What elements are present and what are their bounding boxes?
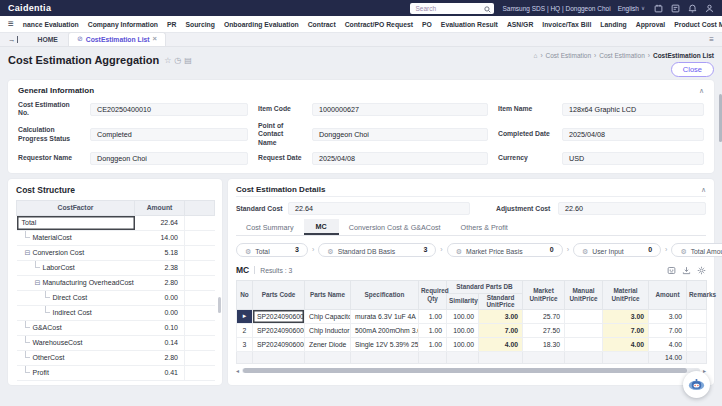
column-header-specification[interactable]: Specification: [351, 280, 419, 309]
tab-others-profit[interactable]: Others & Profit: [451, 220, 518, 235]
home-icon[interactable]: ⌂: [533, 52, 537, 59]
column-header-no[interactable]: No: [237, 280, 253, 309]
horizontal-scrollbar[interactable]: ◂ ▸: [236, 368, 706, 374]
column-header-parts-code[interactable]: Parts Code: [253, 280, 305, 309]
cell-remarks: [687, 309, 707, 323]
tree-row-conversion-cost[interactable]: ⊟Conversion Cost 5.18: [17, 245, 215, 260]
column-header-material-unitprice[interactable]: Material UnitPrice: [603, 280, 649, 309]
notification-bell-icon[interactable]: [688, 4, 697, 13]
grid-settings-gear-icon[interactable]: [697, 261, 706, 279]
collapse-section-icon[interactable]: ∧: [699, 87, 704, 95]
pin-icon[interactable]: ⊘: [77, 35, 83, 43]
menu-item-onboarding-evaluation[interactable]: Onboarding Evaluation: [224, 21, 299, 28]
collapse-section-icon[interactable]: ∧: [701, 186, 706, 194]
column-header-standard-unitprice[interactable]: Standard UnitPrice: [479, 293, 523, 309]
collapse-node-icon[interactable]: ⊟: [25, 249, 31, 256]
column-header-parts-name[interactable]: Parts Name: [305, 280, 351, 309]
chip-user-input[interactable]: ⚙User Input 0: [573, 243, 661, 257]
tree-row-othercost[interactable]: OtherCost 2.80: [17, 350, 215, 365]
tree-row-laborcost[interactable]: LaborCost 2.38: [17, 260, 215, 275]
field-value-request-date: 2025/04/08: [312, 152, 488, 165]
vertical-scrollbar[interactable]: [218, 297, 221, 313]
chip-total-amount[interactable]: ⚙Total Amount 14.00: [671, 243, 722, 257]
column-header-similarity[interactable]: Similarity: [447, 293, 479, 309]
hamburger-icon[interactable]: ≡: [8, 19, 14, 29]
tab-cost-summary[interactable]: Cost Summary: [236, 220, 304, 235]
tree-row-direct-cost[interactable]: Direct Cost 0.00: [17, 290, 215, 305]
grid-row-1-selected[interactable]: ▸ SP2024090600004 Chip Capacitor murata …: [237, 309, 707, 323]
scroll-left-icon[interactable]: ◂: [236, 368, 239, 374]
column-header-remarks[interactable]: Remarks: [687, 280, 707, 309]
menu-item-invoice-tax-bill[interactable]: Invoice/Tax Bill: [542, 21, 591, 28]
menu-item-approval[interactable]: Approval: [636, 21, 665, 28]
tree-node-label: Manufacturing OverheadCost: [42, 279, 133, 286]
close-button[interactable]: Close: [671, 62, 714, 77]
user-profile-icon[interactable]: [705, 4, 714, 13]
menu-item-contract-po-request[interactable]: Contract/PO Request: [345, 21, 413, 28]
user-identity[interactable]: Samsung SDS | HQ | Donggeon Choi: [502, 5, 610, 12]
chatbot-grid-icon[interactable]: [667, 261, 676, 279]
search-icon[interactable]: [484, 0, 491, 17]
menu-item-contract[interactable]: Contract: [308, 21, 336, 28]
grid-row-2[interactable]: 2 SP2024090600005 Chip Inductor 500mA 20…: [237, 323, 707, 337]
tree-row-warehousecost[interactable]: WarehouseCost 0.14: [17, 335, 215, 350]
column-header-costfactor[interactable]: CostFactor: [17, 200, 135, 215]
tab-list-icon[interactable]: ≡: [709, 35, 714, 44]
scrollbar-track[interactable]: [242, 368, 700, 373]
note-icon[interactable]: [671, 4, 680, 13]
breadcrumb-item[interactable]: Cost Estimation: [599, 52, 645, 59]
scrollbar-thumb[interactable]: [243, 368, 687, 373]
menu-item-po[interactable]: PO: [422, 21, 432, 28]
calendar-icon[interactable]: [654, 4, 663, 13]
column-header-amount[interactable]: Amount: [649, 280, 687, 309]
cell-specification: Single 12V 5.39% 25Ohm 200mW: [351, 337, 419, 351]
tree-row-materialcost[interactable]: MaterialCost 14.00: [17, 230, 215, 245]
search-input[interactable]: [415, 5, 484, 12]
cell-required-qty: 1.00: [419, 309, 447, 323]
tab-mc[interactable]: MC: [304, 219, 339, 235]
column-header-manual-unitprice[interactable]: Manual UnitPrice: [565, 280, 603, 309]
history-clock-icon[interactable]: ◷: [174, 56, 181, 65]
tab-conversion-cost-gacost[interactable]: Conversion Cost & G&ACost: [339, 220, 451, 235]
tree-row-total[interactable]: Total 22.64: [17, 215, 215, 230]
menu-item-performance-evaluation[interactable]: nance Evaluation: [23, 21, 79, 28]
download-icon[interactable]: [682, 261, 691, 279]
tree-row-manufacturing-overheadcost[interactable]: ⊟Manufacturing OverheadCost 2.80: [17, 275, 215, 290]
selected-row-arrow-icon[interactable]: ▸: [237, 309, 253, 323]
grid-title-mc: MC: [236, 265, 249, 275]
menu-item-product-cost-management[interactable]: Product Cost Management: [674, 21, 722, 28]
close-tab-icon[interactable]: ×: [153, 35, 157, 43]
menu-item-evaluation-result[interactable]: Evaluation Result: [441, 21, 498, 28]
column-header-market-unitprice[interactable]: Market UnitPrice: [523, 280, 565, 309]
field-value-calculation-progress-status: Completed: [90, 128, 248, 141]
chatbot-assistant-button[interactable]: [683, 371, 710, 398]
memo-icon[interactable]: ▤: [184, 56, 192, 65]
tree-row-ga-cost[interactable]: G&ACost 0.10: [17, 320, 215, 335]
grid-row-3[interactable]: 3 SP2024090600008 Zener Diode Single 12V…: [237, 337, 707, 351]
column-header-empty: [185, 200, 215, 215]
tab-cost-estimation-list[interactable]: ⊘ CostEstimation List ×: [68, 32, 166, 46]
favorite-star-icon[interactable]: ☆: [164, 56, 171, 65]
column-header-amount[interactable]: Amount: [135, 200, 185, 215]
tree-node-amount: 0.41: [135, 365, 185, 380]
menu-item-pr[interactable]: PR: [167, 21, 176, 28]
menu-item-company-information[interactable]: Company Information: [88, 21, 158, 28]
tab-home[interactable]: HOME: [28, 34, 68, 46]
column-header-required-qty[interactable]: Required Qty: [419, 280, 447, 309]
breadcrumb-item[interactable]: Cost Estimation: [546, 52, 592, 59]
cell-parts-name: Chip Capacitor: [305, 309, 351, 323]
expand-panel-icon[interactable]: →: [8, 35, 18, 44]
collapse-node-icon[interactable]: ⊟: [35, 279, 41, 286]
tree-node-amount: 0.00: [135, 290, 185, 305]
global-search[interactable]: [410, 3, 494, 14]
language-selector[interactable]: English ∨: [618, 5, 645, 12]
chip-standard-db-basis[interactable]: ⚙Standard DB Basis 3: [318, 243, 436, 257]
tree-row-profit[interactable]: Profit 0.41: [17, 365, 215, 380]
chip-total[interactable]: ⚙Total 3: [236, 243, 308, 257]
menu-item-asn-gr[interactable]: ASN/GR: [507, 21, 533, 28]
menu-item-sourcing[interactable]: Sourcing: [185, 21, 214, 28]
chip-market-price-basis[interactable]: ⚙Market Price Basis 0: [447, 243, 563, 257]
general-information-panel: General Information ∧ Cost Estimation No…: [8, 80, 714, 173]
tree-row-indirect-cost[interactable]: Indirect Cost 0.00: [17, 305, 215, 320]
menu-item-landing[interactable]: Landing: [600, 21, 626, 28]
